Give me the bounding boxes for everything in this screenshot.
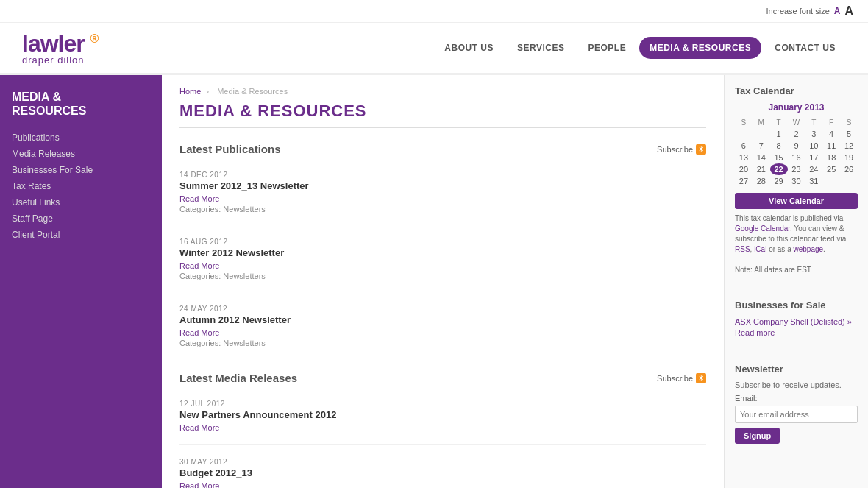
mr-title-0: New Partners Announcement 2012 — [179, 409, 706, 420]
breadcrumb: Home › Media & Resources — [179, 87, 706, 96]
mr-read-more-0[interactable]: Read More — [179, 423, 706, 432]
businesses-item-link[interactable]: ASX Company Shell (Delisted) » — [735, 317, 852, 326]
media-releases-section-title: Latest Media Releases — [179, 372, 297, 384]
breadcrumb-home[interactable]: Home — [179, 87, 201, 96]
nav-item-media-resources[interactable]: MEDIA & RESOURCES — [639, 37, 761, 59]
sidebar-item-publications[interactable]: Publications — [12, 130, 150, 146]
ical-link[interactable]: iCal — [754, 245, 766, 253]
right-sidebar: Tax Calendar January 2013 S M T W T F S — [725, 75, 868, 488]
cal-header-s2: S — [840, 117, 858, 128]
sidebar-item-staff-page[interactable]: Staff Page — [12, 211, 150, 227]
media-releases-rss-icon: ☀ — [696, 373, 706, 383]
media-releases-subscribe[interactable]: Subscribe ☀ — [657, 373, 706, 383]
publication-item-2: 24 MAY 2012 Autumn 2012 Newsletter Read … — [179, 305, 706, 358]
sidebar: MEDIA &RESOURCES Publications Media Rele… — [0, 75, 162, 488]
cal-header-t2: T — [805, 117, 822, 128]
google-calendar-link[interactable]: Google Calendar — [735, 224, 790, 233]
breadcrumb-separator: › — [206, 87, 209, 96]
pub-date-2: 24 MAY 2012 — [179, 305, 706, 313]
businesses-title: Businesses for Sale — [735, 300, 858, 311]
pub-read-more-0[interactable]: Read More — [179, 194, 706, 203]
cal-header-t1: T — [770, 117, 788, 128]
calendar-month: January 2013 — [735, 102, 858, 113]
font-size-large-button[interactable]: A — [844, 4, 853, 18]
logo-symbol: ® — [90, 32, 99, 45]
publication-item-0: 14 DEC 2012 Summer 2012_13 Newsletter Re… — [179, 171, 706, 224]
rss-link[interactable]: RSS — [735, 245, 750, 253]
tax-calendar-title: Tax Calendar — [735, 85, 858, 96]
sidebar-item-useful-links[interactable]: Useful Links — [12, 194, 150, 211]
newsletter-title: Newsletter — [735, 364, 858, 375]
cal-header-m: M — [753, 117, 770, 128]
cal-header-w: W — [788, 117, 805, 128]
main-nav: ABOUT US SERVICES PEOPLE MEDIA & RESOURC… — [434, 37, 846, 59]
pub-title-0: Summer 2012_13 Newsletter — [179, 180, 706, 191]
sidebar-title: MEDIA &RESOURCES — [12, 90, 150, 118]
cal-header-s1: S — [735, 117, 753, 128]
mr-title-1: Budget 2012_13 — [179, 467, 706, 478]
publications-section-header: Latest Publications Subscribe ☀ — [179, 143, 706, 160]
main-wrapper: MEDIA &RESOURCES Publications Media Rele… — [0, 75, 868, 488]
publications-subscribe[interactable]: Subscribe ☀ — [657, 144, 706, 155]
mr-date-0: 12 JUL 2012 — [179, 400, 706, 408]
mr-read-more-1[interactable]: Read More — [179, 481, 706, 488]
nav-item-services[interactable]: SERVICES — [507, 37, 574, 59]
top-bar: Increase font size A A — [0, 0, 868, 23]
sidebar-item-businesses-for-sale[interactable]: Businesses For Sale — [12, 162, 150, 178]
font-size-label: Increase font size — [766, 7, 830, 15]
nav-item-contact-us[interactable]: CONTACT US — [764, 37, 846, 59]
pub-read-more-1[interactable]: Read More — [179, 261, 706, 270]
newsletter-widget: Newsletter Subscribe to receive updates.… — [735, 364, 858, 454]
webpage-link[interactable]: webpage — [794, 245, 824, 253]
cal-header-f: F — [822, 117, 840, 128]
header: lawler ® draper dillon ABOUT US SERVICES… — [0, 23, 868, 75]
sidebar-item-client-portal[interactable]: Client Portal — [12, 227, 150, 243]
email-input[interactable] — [735, 406, 858, 423]
publication-item-1: 16 AUG 2012 Winter 2012 Newsletter Read … — [179, 238, 706, 291]
sidebar-item-media-releases[interactable]: Media Releases — [12, 146, 150, 162]
businesses-read-more-link[interactable]: Read more — [735, 328, 775, 337]
media-release-item-1: 30 MAY 2012 Budget 2012_13 Read More Cat… — [179, 458, 706, 488]
view-calendar-button[interactable]: View Calendar — [735, 193, 858, 209]
pub-categories-2: Categories: Newsletters — [179, 339, 706, 347]
page-title: MEDIA & RESOURCES — [179, 102, 706, 128]
publications-section-title: Latest Publications — [179, 143, 281, 155]
logo: lawler ® draper dillon — [22, 30, 98, 66]
pub-read-more-2[interactable]: Read More — [179, 328, 706, 337]
pub-categories-0: Categories: Newsletters — [179, 205, 706, 213]
email-label: Email: — [735, 394, 858, 403]
pub-title-1: Winter 2012 Newsletter — [179, 247, 706, 258]
signup-button[interactable]: Signup — [735, 428, 780, 444]
logo-wordmark: lawler ® — [22, 30, 98, 57]
pub-title-2: Autumn 2012 Newsletter — [179, 314, 706, 325]
pub-date-0: 14 DEC 2012 — [179, 171, 706, 179]
logo-tagline: draper dillon — [22, 54, 98, 66]
pub-categories-1: Categories: Newsletters — [179, 272, 706, 280]
tax-calendar-widget: Tax Calendar January 2013 S M T W T F S — [735, 85, 858, 286]
newsletter-description: Subscribe to receive updates. — [735, 381, 858, 389]
content-area: Home › Media & Resources MEDIA & RESOURC… — [162, 75, 868, 488]
sidebar-item-tax-rates[interactable]: Tax Rates — [12, 178, 150, 194]
font-size-small-button[interactable]: A — [834, 6, 841, 16]
media-release-item-0: 12 JUL 2012 New Partners Announcement 20… — [179, 400, 706, 445]
media-releases-section-header: Latest Media Releases Subscribe ☀ — [179, 372, 706, 389]
publications-rss-icon: ☀ — [696, 144, 706, 155]
publications-subscribe-label: Subscribe — [657, 145, 693, 154]
businesses-content: ASX Company Shell (Delisted) » Read more — [735, 317, 858, 339]
media-releases-subscribe-label: Subscribe — [657, 374, 693, 383]
font-size-controls: Increase font size A A — [766, 4, 853, 18]
nav-item-about-us[interactable]: ABOUT US — [434, 37, 504, 59]
calendar-description: This tax calendar is published via Googl… — [735, 213, 858, 275]
calendar-table: S M T W T F S 12345678910111213141516171… — [735, 117, 858, 187]
main-content: Home › Media & Resources MEDIA & RESOURC… — [162, 75, 725, 488]
calendar-note: Note: All dates are EST — [735, 266, 811, 274]
businesses-for-sale-widget: Businesses for Sale ASX Company Shell (D… — [735, 300, 858, 350]
mr-date-1: 30 MAY 2012 — [179, 458, 706, 466]
breadcrumb-current: Media & Resources — [217, 87, 288, 96]
pub-date-1: 16 AUG 2012 — [179, 238, 706, 246]
nav-item-people[interactable]: PEOPLE — [577, 37, 636, 59]
